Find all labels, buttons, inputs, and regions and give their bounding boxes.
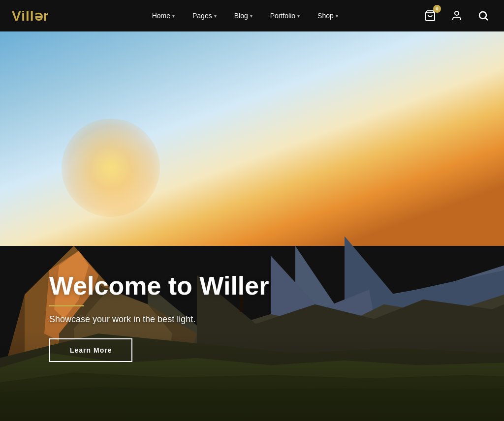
logo-accent: ə <box>34 8 43 24</box>
hero-subtitle: Showcase your work in the best light. <box>49 314 504 325</box>
hero-overlay: Welcome to Willer Showcase your work in … <box>0 272 504 421</box>
chevron-down-icon: ▾ <box>214 13 217 19</box>
learn-more-button[interactable]: Learn More <box>49 338 132 362</box>
logo[interactable]: Villər <box>12 8 49 24</box>
nav-item-shop[interactable]: Shop ▾ <box>311 8 345 24</box>
cart-badge: 0 <box>433 5 441 13</box>
chevron-down-icon: ▾ <box>336 13 338 19</box>
nav-item-pages[interactable]: Pages ▾ <box>186 8 223 24</box>
logo-suffix: r <box>43 8 49 24</box>
svg-point-2 <box>479 12 486 19</box>
nav-item-home[interactable]: Home ▾ <box>145 8 182 24</box>
svg-point-1 <box>455 11 459 15</box>
nav-links: Home ▾ Pages ▾ Blog ▾ Portfolio ▾ Shop ▾ <box>68 8 421 24</box>
hero-title: Welcome to Willer <box>49 272 504 300</box>
logo-prefix: Vill <box>12 8 34 24</box>
chevron-down-icon: ▾ <box>172 13 175 19</box>
search-button[interactable] <box>474 7 492 25</box>
navbar: Villər Home ▾ Pages ▾ Blog ▾ Portfolio ▾… <box>0 0 504 31</box>
chevron-down-icon: ▾ <box>250 13 252 19</box>
svg-line-3 <box>486 18 488 20</box>
chevron-down-icon: ▾ <box>297 13 300 19</box>
nav-item-blog[interactable]: Blog ▾ <box>227 8 259 24</box>
nav-icons: 0 <box>421 7 492 25</box>
nav-item-portfolio[interactable]: Portfolio ▾ <box>263 8 307 24</box>
user-button[interactable] <box>448 7 466 25</box>
cart-button[interactable]: 0 <box>421 7 439 25</box>
hero-section: Welcome to Willer Showcase your work in … <box>0 31 504 421</box>
hero-divider <box>49 305 84 306</box>
